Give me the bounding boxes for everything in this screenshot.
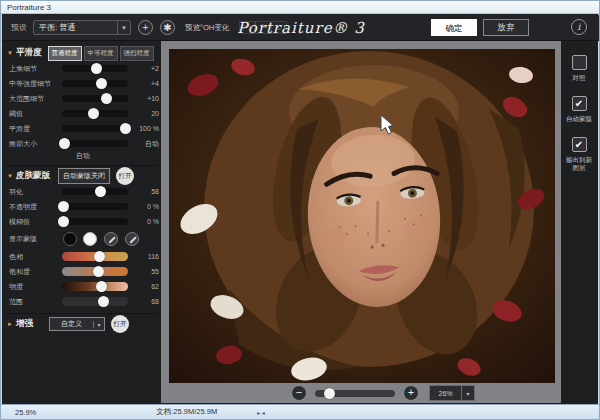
undo-icon: ↶	[244, 23, 251, 32]
output-new-layer-label: 输出到新图层	[563, 156, 595, 172]
slider-track[interactable]	[62, 140, 128, 147]
mask-color-white-swatch[interactable]	[83, 232, 97, 246]
adjustments-panel: ▼ 平滑度 普通程度 中等程度 强烈程度 上乘细节 +2 中等强度细节 +4 大…	[7, 43, 159, 403]
slider-label: 阈值	[9, 109, 57, 119]
skin-mask-section-header[interactable]: ▼ 皮肤蒙版 自动蒙版关闭 打开	[7, 168, 159, 184]
slider-opacity: 不透明度 0 %	[7, 199, 159, 214]
slider-thumb[interactable]	[91, 63, 102, 74]
slider-label: 平滑度	[9, 124, 57, 134]
slider-track[interactable]	[62, 80, 128, 87]
skin-mask-title: 皮肤蒙版	[16, 170, 50, 182]
enhance-preset-dropdown[interactable]: 自定义 ▾	[49, 317, 105, 331]
smoothing-section-header[interactable]: ▼ 平滑度 普通程度 中等程度 强烈程度	[7, 45, 159, 61]
add-preset-button[interactable]: +	[138, 20, 153, 35]
slider-thumb[interactable]	[96, 78, 107, 89]
mask-power-button[interactable]: 打开	[116, 167, 134, 185]
slider-label: 羽化	[9, 187, 57, 197]
slider-value: 0 %	[133, 203, 159, 210]
tab-strong-level[interactable]: 强烈程度	[120, 46, 154, 61]
slider-face-size: 面部大小 自动	[7, 136, 159, 151]
show-mask-label: 显示蒙版	[9, 234, 57, 244]
slider-track[interactable]	[62, 95, 128, 102]
enhance-preset-value: 自定义	[50, 319, 93, 329]
history-menu-button[interactable]: ⌄	[271, 21, 287, 34]
redo-button[interactable]: ↷	[255, 21, 271, 34]
slider-thumb[interactable]	[94, 251, 105, 262]
slider-track[interactable]	[62, 218, 128, 225]
zoom-level-value: 26%	[430, 390, 461, 397]
tab-normal-level[interactable]: 普通程度	[48, 46, 82, 61]
face-size-auto-caption: 自动	[7, 151, 159, 161]
auto-mask-checkbox[interactable]	[572, 96, 587, 111]
ok-button[interactable]: 确定	[431, 19, 477, 36]
slider-label: 色相	[9, 252, 57, 262]
zoom-slider[interactable]	[315, 390, 395, 397]
slider-track[interactable]	[62, 110, 128, 117]
info-button[interactable]: i	[571, 19, 587, 35]
slider-track[interactable]	[62, 65, 128, 72]
mask-color-black-swatch[interactable]	[63, 232, 77, 246]
zoom-level-dropdown[interactable]: 26% ▾	[429, 385, 475, 401]
preset-label: 预设	[11, 22, 27, 33]
slider-value: 自动	[133, 139, 159, 149]
zoom-slider-thumb[interactable]	[324, 388, 335, 399]
slider-track[interactable]	[62, 125, 128, 132]
slider-value: 62	[133, 283, 159, 290]
window-title: Portraiture 3	[7, 3, 51, 12]
slider-track[interactable]	[62, 252, 128, 261]
slider-thumb[interactable]	[59, 138, 70, 149]
slider-track[interactable]	[62, 203, 128, 210]
slider-thumb[interactable]	[93, 266, 104, 277]
tab-medium-level[interactable]: 中等程度	[84, 46, 118, 61]
settings-button[interactable]: ✱	[160, 20, 175, 35]
eyedropper-add-icon[interactable]	[104, 232, 118, 246]
automask-toggle-button[interactable]: 自动蒙版关闭	[58, 168, 110, 184]
portrait-illustration	[169, 49, 555, 383]
title-bar[interactable]: Portraiture 3	[1, 1, 600, 14]
status-zoom-value[interactable]: 25.9%	[15, 408, 36, 417]
collapse-arrow-icon: ▼	[7, 50, 16, 56]
slider-track[interactable]	[62, 297, 128, 306]
slider-thumb[interactable]	[88, 108, 99, 119]
status-document-size: 文档:25.9M/25.9M	[156, 407, 217, 417]
compare-checkbox[interactable]	[572, 55, 587, 70]
undo-button[interactable]: ↶	[239, 21, 255, 34]
slider-track[interactable]	[62, 282, 128, 291]
slider-track[interactable]	[62, 267, 128, 276]
output-new-layer-checkbox[interactable]	[572, 137, 587, 152]
chevron-down-icon[interactable]: ▾	[93, 321, 104, 328]
slider-track[interactable]	[62, 188, 128, 195]
chevron-down-icon[interactable]: ▾	[117, 21, 130, 34]
slider-thumb[interactable]	[95, 186, 106, 197]
slider-value: 0 %	[133, 218, 159, 225]
portrait-photo[interactable]	[169, 49, 555, 383]
slider-thumb[interactable]	[120, 123, 131, 134]
slider-fuzz: 模糊值 0 %	[7, 214, 159, 229]
preset-dropdown[interactable]: 平衡: 普通 ▾	[33, 20, 131, 35]
enhance-power-button[interactable]: 打开	[111, 315, 129, 333]
slider-thumb[interactable]	[96, 281, 107, 292]
cancel-button[interactable]: 放弃	[483, 19, 529, 36]
slider-thumb[interactable]	[58, 216, 69, 227]
chevron-down-icon: ⌄	[276, 23, 283, 32]
slider-thumb[interactable]	[58, 201, 69, 212]
zoom-out-button[interactable]: −	[291, 385, 307, 401]
slider-thumb[interactable]	[101, 93, 112, 104]
preview-changes-toggle[interactable]: 预览°OH变化	[185, 23, 229, 33]
compare-label: 对照	[563, 74, 595, 82]
chevron-down-icon[interactable]: ▾	[461, 386, 474, 400]
slider-medium-detail: 中等强度细节 +4	[7, 76, 159, 91]
slider-value: 100 %	[133, 125, 159, 132]
enhance-section-header[interactable]: ► 增强 自定义 ▾ 打开	[7, 316, 159, 332]
history-buttons: ↶ ↷ ⌄	[239, 21, 287, 34]
status-arrows-icon[interactable]: ▸ ◂	[257, 409, 265, 416]
zoom-in-button[interactable]: +	[403, 385, 419, 401]
slider-label: 模糊值	[9, 217, 57, 227]
slider-value: 116	[133, 253, 159, 260]
auto-mask-label: 自动蒙版	[563, 115, 595, 123]
eyedropper-subtract-icon[interactable]	[125, 232, 139, 246]
slider-thumb[interactable]	[98, 296, 109, 307]
slider-label: 上乘细节	[9, 64, 57, 74]
slider-value: 20	[133, 110, 159, 117]
slider-value: +2	[133, 65, 159, 72]
